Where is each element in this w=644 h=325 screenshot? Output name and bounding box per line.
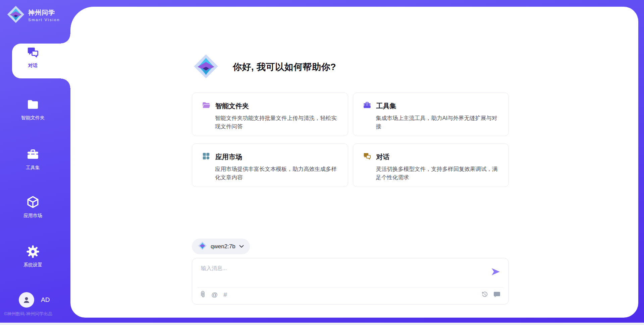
- card-description: 集成市场上主流工具，助力AI与外界无缝扩展与对接: [376, 114, 500, 131]
- sidebar-item-label: 系统设置: [23, 262, 42, 268]
- bottom-edge-strip: [0, 323, 644, 325]
- message-composer: @ #: [192, 258, 509, 305]
- sidebar-item-label: 对话: [28, 63, 38, 69]
- brand-subtitle: Smart Vision: [28, 18, 60, 22]
- message-input[interactable]: [200, 264, 477, 285]
- card-description: 灵活切换多模型文件，支持多样回复效果调试，满足个性化需求: [376, 165, 500, 182]
- grid-icon: [202, 152, 211, 162]
- history-icon[interactable]: [481, 291, 488, 298]
- chat-icon: [26, 46, 40, 60]
- sidebar-item-smart-folder[interactable]: 智能文件夹: [0, 98, 66, 121]
- card-title: 应用市场: [215, 152, 242, 161]
- folder-icon: [26, 98, 40, 113]
- composer-toolbar: @ #: [200, 291, 500, 298]
- cube-icon: [25, 195, 40, 210]
- brand-diamond-icon: [7, 5, 25, 25]
- sidebar-item-settings[interactable]: 系统设置: [0, 245, 66, 268]
- tab-fillet-bottom: [61, 78, 70, 88]
- suggestion-cards: 智能文件夹 智能文件夹功能支持批量文件上传与清洗，轻松实现文件问答: [192, 92, 509, 187]
- card-description: 智能文件夹功能支持批量文件上传与清洗，轻松实现文件问答: [215, 114, 339, 131]
- gear-icon: [26, 245, 40, 260]
- card-title: 对话: [376, 152, 390, 161]
- sidebar-item-chat[interactable]: 对话: [0, 46, 66, 69]
- chevron-down-icon: [239, 245, 244, 248]
- card-toolset[interactable]: 工具集 集成市场上主流工具，助力AI与外界无缝扩展与对接: [353, 92, 509, 136]
- send-icon[interactable]: [491, 268, 500, 277]
- model-name: qwen2:7b: [211, 243, 235, 250]
- card-description: 应用市场提供丰富长文本模板，助力高效生成多样化文章内容: [215, 165, 339, 182]
- model-selector[interactable]: qwen2:7b: [192, 239, 250, 254]
- card-app-market[interactable]: 应用市场 应用市场提供丰富长文本模板，助力高效生成多样化文章内容: [192, 143, 348, 187]
- sidebar-item-label: 应用市场: [23, 213, 42, 219]
- composer-divider: [198, 287, 503, 287]
- brand-logo: 神州问学 Smart Vision: [7, 5, 60, 25]
- sidebar-item-app-market[interactable]: 应用市场: [0, 195, 66, 219]
- card-title: 工具集: [376, 102, 396, 111]
- mention-icon[interactable]: @: [211, 291, 218, 298]
- card-title: 智能文件夹: [215, 102, 249, 111]
- brand-diamond-icon: [193, 54, 219, 80]
- card-smart-folder[interactable]: 智能文件夹 智能文件夹功能支持批量文件上传与清洗，轻松实现文件问答: [192, 92, 348, 136]
- sidebar-item-toolset[interactable]: 工具集: [0, 148, 66, 171]
- brand-name: 神州问学: [28, 8, 60, 17]
- chat-icon: [363, 152, 372, 162]
- sidebar-item-label: 工具集: [26, 165, 40, 171]
- hashtag-icon[interactable]: #: [223, 291, 227, 298]
- toolbox-icon: [26, 148, 40, 162]
- message-bubble-icon[interactable]: [493, 291, 500, 298]
- greeting-header: 你好, 我可以如何帮助你?: [193, 54, 336, 80]
- avatar: [19, 292, 34, 308]
- card-chat[interactable]: 对话 灵活切换多模型文件，支持多样回复效果调试，满足个性化需求: [353, 143, 509, 187]
- tab-fillet-top: [61, 34, 70, 44]
- user-name: AD: [41, 296, 50, 304]
- brand-diamond-icon: [198, 241, 207, 252]
- toolbox-icon: [363, 101, 372, 111]
- copyright-text: ©神州数码·神州问学出品: [4, 311, 52, 317]
- folder-icon: [202, 101, 211, 111]
- app-window: 神州问学 Smart Vision 对话 智能文件夹: [0, 0, 644, 325]
- user-account[interactable]: AD: [19, 292, 50, 308]
- greeting-title: 你好, 我可以如何帮助你?: [233, 61, 336, 73]
- attachment-icon[interactable]: [200, 291, 206, 298]
- sidebar-item-label: 智能文件夹: [21, 115, 45, 121]
